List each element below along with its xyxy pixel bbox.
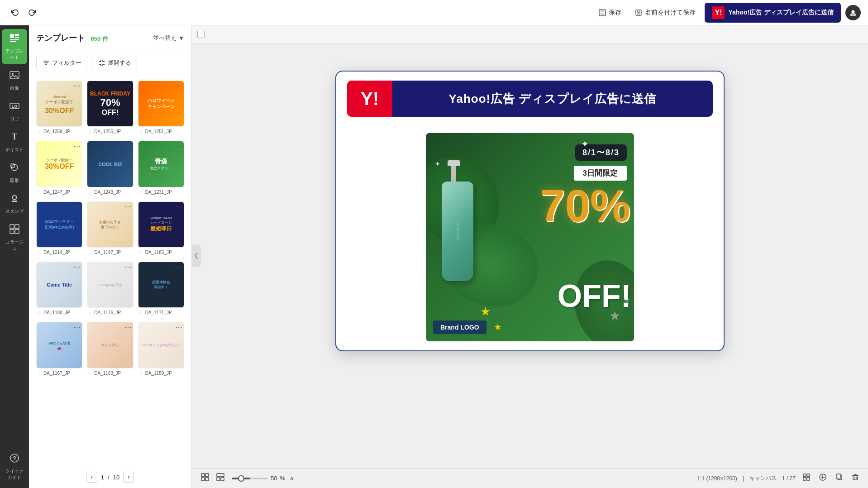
nav-item-logo[interactable]: LG ロゴ (2, 97, 27, 126)
svg-rect-34 (205, 478, 209, 481)
template-more-button[interactable]: ⋯ (124, 143, 132, 150)
yahoo-popup-button[interactable]: Y! Yahoo!広告 ディスプレイ広告に送信 (347, 81, 713, 117)
panel-title: テンプレート (36, 33, 85, 43)
list-item[interactable]: ABC Car登場🚗 ⋯ ☆ DA_1167_JP (36, 322, 82, 378)
canvas-add-button[interactable] (817, 472, 828, 485)
svg-point-12 (12, 73, 14, 75)
save-button[interactable]: 保存 (594, 6, 626, 19)
list-item[interactable]: COOL BIZ ⋯ ☆ DA_1243_JP (87, 141, 133, 196)
save-as-button[interactable]: 名前を付けて保存 (630, 6, 700, 19)
canvas-label: キャンバス (749, 474, 777, 482)
template-more-button[interactable]: ⋯ (175, 203, 182, 211)
template-name: DA_1247_JP (43, 190, 70, 195)
canvas-top-bar (192, 25, 868, 43)
canvas-delete-button[interactable] (850, 472, 861, 485)
nav-item-text[interactable]: T テキスト (2, 128, 27, 157)
star-icon: ☆ (139, 310, 143, 316)
template-name: DA_1255_JP (94, 129, 121, 134)
nav-item-guide[interactable]: ? クイックガイド (2, 449, 27, 484)
list-item[interactable]: クーポン配信中 30%OFF ⋯ ☆ DA_1247_JP (36, 141, 82, 196)
template-more-button[interactable]: ⋯ (124, 263, 132, 271)
template-name: DA_1159_JP (145, 371, 172, 376)
template-more-button[interactable]: ⋯ (175, 82, 182, 90)
yahoo-logo: Y! (712, 6, 725, 19)
zoom-value: 50 (271, 475, 277, 482)
nav-item-collage[interactable]: コラージュ (2, 220, 27, 255)
svg-rect-8 (15, 37, 19, 38)
template-more-button[interactable]: ⋯ (175, 143, 182, 150)
yahoo-popup-overlay: Y! Yahoo!広告 ディスプレイ広告に送信 (192, 43, 868, 468)
template-icon (9, 33, 20, 46)
svg-rect-7 (15, 34, 19, 36)
list-item[interactable]: プレミアム ⋯ ☆ DA_1163_JP (87, 322, 133, 378)
svg-text:T: T (12, 132, 17, 141)
page-current: 1 (101, 474, 104, 481)
yahoo-send-button[interactable]: Y! Yahoo!広告 ディスプレイ広告に送信 (705, 3, 841, 23)
zoom-expand-button[interactable]: ∧ (288, 473, 296, 483)
template-more-button[interactable]: ⋯ (124, 82, 132, 90)
template-more-button[interactable]: ⋯ (175, 263, 182, 271)
stamp-icon (9, 193, 20, 206)
bottom-left (199, 471, 226, 485)
zoom-slider[interactable] (232, 478, 268, 479)
template-more-button[interactable]: ⋯ (124, 203, 132, 211)
main-layout: テンプレート 画像 LG ロゴ T テキスト 図形 (0, 25, 868, 488)
template-more-button[interactable]: ⋯ (73, 324, 81, 331)
template-name: DA_1259_JP (43, 129, 70, 134)
canvas-grid-button[interactable] (801, 472, 812, 485)
list-item[interactable]: Game Title ⋯ ☆ DA_1180_JP (36, 262, 82, 317)
undo-button[interactable] (7, 5, 22, 20)
template-more-button[interactable]: ⋯ (73, 143, 81, 150)
nav-item-image[interactable]: 画像 (2, 66, 27, 95)
prev-page-button[interactable]: ‹ (86, 472, 97, 483)
star-icon: ☆ (139, 129, 143, 134)
list-item[interactable]: 試乗体験会開催中！ ⋯ ☆ DA_1171_JP (138, 262, 184, 317)
list-item[interactable]: BLACK FRIDAY 70% OFF! ⋯ ☆ DA_1255_JP (87, 81, 133, 136)
template-more-button[interactable]: ⋯ (124, 324, 132, 331)
list-item[interactable]: お金のお子さ全ての方に ⋯ ☆ DA_1197_JP (87, 201, 133, 257)
template-name: DA_1167_JP (43, 371, 70, 376)
star-icon: ☆ (88, 310, 92, 316)
user-button[interactable] (845, 5, 861, 20)
template-more-button[interactable]: ⋯ (73, 263, 81, 271)
list-item[interactable]: WEBマーケター広報PR(SNS等) ⋯ ☆ DA_1214_JP (36, 201, 82, 257)
list-item[interactable]: cheers!クーポン配信中 30%OFF ⋯ ☆ DA_1259_JP (36, 81, 82, 136)
nav-item-shape[interactable]: 図形 (2, 158, 27, 187)
list-item[interactable]: いつものお子さ ⋯ ☆ DA_1176_JP (87, 262, 133, 317)
star-yellow-1: ★ (480, 305, 491, 319)
toolbar-right: 保存 名前を付けて保存 Y! Yahoo!広告 ディスプレイ広告に送信 (594, 3, 861, 23)
guide-icon: ? (9, 453, 20, 466)
svg-rect-6 (10, 34, 14, 38)
text-icon: T (9, 131, 20, 145)
filter-button[interactable]: フィルター (36, 56, 88, 70)
star-icon: ☆ (37, 370, 42, 376)
template-more-button[interactable]: ⋯ (175, 324, 182, 331)
list-item[interactable]: ベースメイク&ブランド ⋯ ☆ DA_1159_JP (138, 322, 184, 378)
svg-point-19 (13, 196, 14, 197)
star-icon: ☆ (37, 249, 42, 255)
canvas-copy-button[interactable] (834, 472, 844, 485)
list-item[interactable]: Sample BANKカードローン 最短即日 ⋯ ☆ DA_1185_JP (138, 201, 184, 257)
nav-item-template[interactable]: テンプレート (2, 29, 27, 64)
template-more-button[interactable]: ⋯ (73, 203, 81, 211)
nav-item-stamp[interactable]: スタンプ (2, 189, 27, 218)
svg-rect-21 (12, 201, 17, 202)
svg-rect-25 (15, 230, 19, 234)
star-icon: ☆ (37, 129, 42, 134)
list-item[interactable]: 青森 観光スポット ⋯ ☆ DA_1231_JP (138, 141, 184, 196)
expand-button[interactable]: 展開する (92, 56, 138, 70)
layout-view-button[interactable] (215, 471, 226, 485)
canvas-checkbox[interactable] (197, 31, 205, 38)
svg-rect-41 (807, 478, 810, 480)
next-page-button[interactable]: › (123, 472, 134, 483)
template-name: DA_1163_JP (94, 371, 121, 376)
yahoo-popup-text: Yahoo!広告 ディスプレイ広告に送信 (392, 91, 713, 107)
template-panel: テンプレート 650 件 並べ替え ▼ フィルター 展開する (29, 25, 192, 488)
svg-point-18 (12, 195, 17, 200)
redo-button[interactable] (25, 5, 40, 20)
grid-view-button[interactable] (199, 471, 211, 485)
sort-button[interactable]: 並べ替え ▼ (153, 34, 184, 42)
list-item[interactable]: ハロウィーンキャンペーン ⋯ ☆ DA_1251_JP (138, 81, 184, 136)
template-more-button[interactable]: ⋯ (73, 82, 81, 90)
nav-label-image: 画像 (10, 85, 19, 91)
